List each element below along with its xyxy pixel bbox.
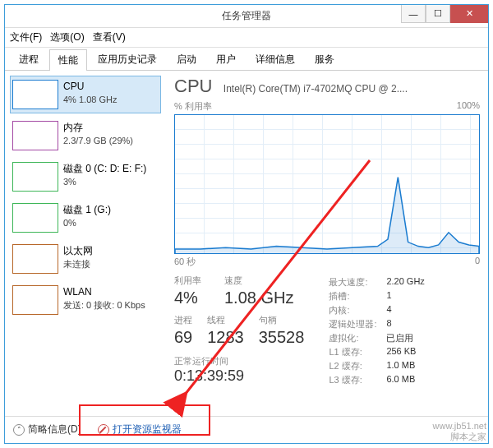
sidebar-item-ethernet[interactable]: 以太网未连接 (10, 240, 161, 278)
tab-app-history[interactable]: 应用历史记录 (89, 48, 166, 70)
sidebar-item-wlan[interactable]: WLAN发送: 0 接收: 0 Kbps (10, 281, 161, 319)
resource-monitor-icon (98, 424, 109, 436)
stat-key: 内核: (329, 304, 386, 316)
header-model: Intel(R) Core(TM) i7-4702MQ CPU @ 2.... (223, 83, 408, 95)
sidebar-item-disk0[interactable]: 磁盘 0 (C: D: E: F:)3% (10, 158, 161, 196)
stat-value: 1.0 MB (386, 360, 415, 372)
sidebar-label: 磁盘 1 (G:) (63, 203, 111, 217)
stat-row: L1 缓存:256 KB (329, 346, 424, 358)
stat-row: L2 缓存:1.0 MB (329, 360, 424, 372)
stat-row: 内核:4 (329, 304, 424, 316)
chart-y-label: % 利用率 (174, 100, 212, 113)
tab-services[interactable]: 服务 (306, 48, 343, 70)
sidebar-detail: 未连接 (63, 258, 93, 270)
stat-key: L1 缓存: (329, 346, 386, 358)
sidebar-detail: 4% 1.08 GHz (63, 94, 117, 106)
sidebar-label: 磁盘 0 (C: D: E: F:) (63, 162, 146, 176)
watermark: www.jb51.net 脚本之家 (433, 421, 486, 443)
tab-processes[interactable]: 进程 (10, 48, 48, 70)
sidebar-detail: 发送: 0 接收: 0 Kbps (63, 299, 145, 312)
resource-monitor-label: 打开资源监视器 (113, 423, 182, 436)
handles-label: 句柄 (259, 314, 305, 326)
stat-key: 插槽: (329, 290, 386, 303)
titlebar: 任务管理器 — ☐ ✕ (5, 5, 488, 28)
header-label: CPU (174, 76, 212, 97)
util-value: 4% (174, 289, 201, 307)
sidebar-item-memory[interactable]: 内存2.3/7.9 GB (29%) (10, 117, 161, 155)
tab-performance[interactable]: 性能 (49, 49, 87, 71)
tabstrip: 进程 性能 应用历史记录 启动 用户 详细信息 服务 (5, 48, 488, 71)
right-stats: 最大速度:2.20 GHz插槽:1内核:4逻辑处理器:8虚拟化:已启用L1 缓存… (329, 275, 424, 388)
sidebar-detail: 2.3/7.9 GB (29%) (63, 135, 133, 147)
stat-row: 插槽:1 (329, 290, 424, 303)
fewer-details-label: 简略信息(D) (28, 423, 81, 436)
handles-value: 35528 (259, 328, 305, 347)
sidebar: CPU4% 1.08 GHz 内存2.3/7.9 GB (29%) 磁盘 0 (… (5, 71, 166, 416)
stat-row: L3 缓存:6.0 MB (329, 374, 424, 386)
open-resource-monitor-link[interactable]: 打开资源监视器 (98, 423, 182, 436)
util-label: 利用率 (174, 275, 201, 287)
stat-row: 虚拟化:已启用 (329, 332, 424, 344)
threads-label: 线程 (207, 314, 244, 326)
threads-value: 1283 (207, 328, 244, 347)
stat-key: L3 缓存: (329, 374, 386, 386)
uptime-label: 正常运行时间 (174, 355, 304, 367)
thumb-ethernet (12, 244, 58, 274)
stat-key: 最大速度: (329, 276, 386, 289)
thumb-cpu (12, 80, 58, 109)
maximize-button[interactable]: ☐ (426, 5, 450, 23)
stat-key: 逻辑处理器: (329, 318, 386, 330)
chart-x-right: 0 (475, 256, 480, 268)
menu-file[interactable]: 文件(F) (10, 30, 42, 44)
proc-label: 进程 (174, 314, 192, 326)
sidebar-label: 内存 (63, 121, 133, 135)
chevron-up-icon: ˄ (13, 424, 25, 436)
sidebar-detail: 3% (63, 176, 146, 188)
tab-users[interactable]: 用户 (207, 48, 245, 70)
tab-startup[interactable]: 启动 (168, 48, 205, 70)
stat-key: L2 缓存: (329, 360, 386, 372)
speed-value: 1.08 GHz (224, 289, 293, 307)
sidebar-item-disk1[interactable]: 磁盘 1 (G:)0% (10, 199, 161, 237)
menubar: 文件(F) 选项(O) 查看(V) (5, 28, 488, 48)
stat-value: 256 KB (386, 346, 416, 358)
sidebar-label: WLAN (63, 285, 145, 299)
thumb-disk0 (12, 162, 58, 192)
chart-x-left: 60 秒 (174, 256, 196, 268)
fewer-details-button[interactable]: ˄ 简略信息(D) (13, 423, 81, 436)
tab-details[interactable]: 详细信息 (246, 48, 304, 70)
stat-value: 6.0 MB (386, 374, 415, 386)
speed-label: 速度 (224, 275, 293, 287)
main-panel: CPU Intel(R) Core(TM) i7-4702MQ CPU @ 2.… (166, 71, 488, 416)
thumb-memory (12, 121, 58, 150)
stat-key: 虚拟化: (329, 332, 386, 344)
menu-options[interactable]: 选项(O) (50, 30, 84, 44)
minimize-button[interactable]: — (401, 5, 426, 23)
footer: ˄ 简略信息(D) 打开资源监视器 (5, 416, 488, 442)
stat-value: 2.20 GHz (386, 276, 424, 289)
thumb-disk1 (12, 203, 58, 233)
sidebar-label: 以太网 (63, 244, 93, 258)
uptime-value: 0:13:39:59 (174, 367, 304, 385)
sidebar-label: CPU (63, 80, 117, 94)
task-manager-window: 任务管理器 — ☐ ✕ 文件(F) 选项(O) 查看(V) 进程 性能 应用历史… (4, 4, 489, 444)
stat-row: 逻辑处理器:8 (329, 318, 424, 330)
sidebar-item-cpu[interactable]: CPU4% 1.08 GHz (10, 76, 161, 113)
sidebar-detail: 0% (63, 217, 111, 229)
menu-view[interactable]: 查看(V) (93, 30, 126, 44)
proc-value: 69 (174, 328, 192, 347)
close-button[interactable]: ✕ (450, 5, 488, 23)
stat-value: 1 (386, 290, 391, 303)
cpu-chart (174, 114, 480, 254)
stat-value: 4 (386, 304, 391, 316)
chart-y-max: 100% (457, 100, 480, 113)
stat-value: 8 (386, 318, 391, 330)
stat-value: 已启用 (386, 332, 413, 344)
stat-row: 最大速度:2.20 GHz (329, 276, 424, 289)
thumb-wlan (12, 285, 58, 315)
